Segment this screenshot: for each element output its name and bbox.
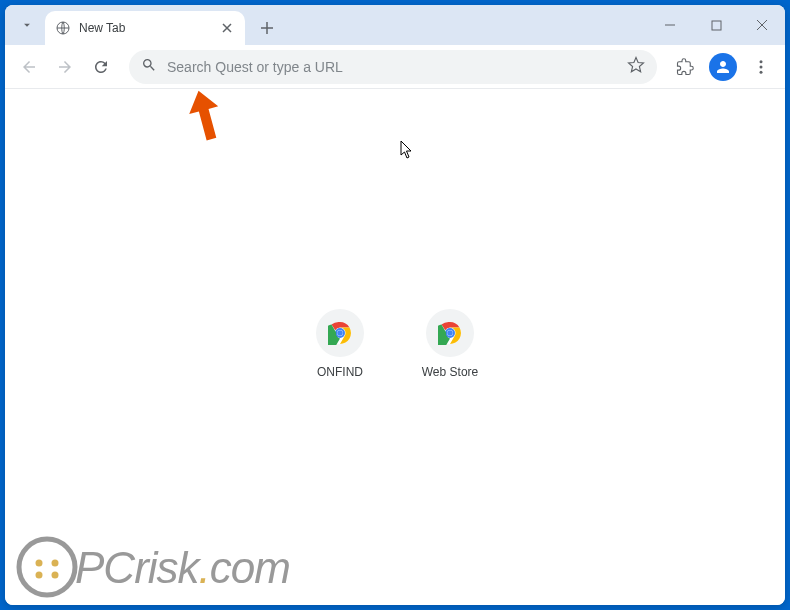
svg-rect-1 bbox=[712, 21, 721, 30]
close-icon bbox=[756, 19, 768, 31]
shortcut-icon-circle bbox=[426, 309, 474, 357]
minimize-button[interactable] bbox=[647, 9, 693, 41]
new-tab-button[interactable] bbox=[253, 14, 281, 42]
close-window-button[interactable] bbox=[739, 9, 785, 41]
shortcut-webstore[interactable]: Web Store bbox=[405, 309, 495, 379]
extensions-button[interactable] bbox=[669, 51, 701, 83]
chrome-icon bbox=[328, 321, 352, 345]
toolbar: Search Quest or type a URL bbox=[5, 45, 785, 89]
svg-point-3 bbox=[760, 65, 763, 68]
arrow-left-icon bbox=[20, 58, 38, 76]
bookmark-button[interactable] bbox=[627, 56, 645, 78]
chevron-down-icon bbox=[20, 18, 34, 32]
menu-button[interactable] bbox=[745, 51, 777, 83]
svg-point-4 bbox=[760, 70, 763, 73]
shortcut-icon-circle bbox=[316, 309, 364, 357]
shortcut-label: Web Store bbox=[422, 365, 478, 379]
arrow-right-icon bbox=[56, 58, 74, 76]
reload-icon bbox=[92, 58, 110, 76]
svg-point-14 bbox=[447, 330, 453, 336]
person-icon bbox=[714, 58, 732, 76]
search-icon bbox=[141, 57, 157, 77]
shortcut-onfind[interactable]: ONFIND bbox=[295, 309, 385, 379]
page-content: ONFIND Web Store bbox=[5, 89, 785, 605]
tab-close-button[interactable] bbox=[219, 20, 235, 36]
tab-title: New Tab bbox=[79, 21, 219, 35]
tab-search-button[interactable] bbox=[13, 11, 41, 39]
address-bar-placeholder: Search Quest or type a URL bbox=[167, 59, 627, 75]
forward-button[interactable] bbox=[49, 51, 81, 83]
maximize-button[interactable] bbox=[693, 9, 739, 41]
chrome-icon bbox=[438, 321, 462, 345]
shortcuts-grid: ONFIND Web Store bbox=[295, 309, 495, 379]
address-bar[interactable]: Search Quest or type a URL bbox=[129, 50, 657, 84]
reload-button[interactable] bbox=[85, 51, 117, 83]
shortcut-label: ONFIND bbox=[317, 365, 363, 379]
plus-icon bbox=[260, 21, 274, 35]
minimize-icon bbox=[664, 19, 676, 31]
browser-tab[interactable]: New Tab bbox=[45, 11, 245, 45]
maximize-icon bbox=[711, 20, 722, 31]
close-icon bbox=[222, 23, 232, 33]
svg-point-9 bbox=[337, 330, 343, 336]
profile-button[interactable] bbox=[709, 53, 737, 81]
puzzle-icon bbox=[676, 58, 694, 76]
dots-vertical-icon bbox=[752, 58, 770, 76]
star-icon bbox=[627, 56, 645, 74]
tab-strip: New Tab bbox=[5, 5, 785, 45]
window-controls bbox=[647, 5, 785, 45]
browser-window: New Tab bbox=[5, 5, 785, 605]
back-button[interactable] bbox=[13, 51, 45, 83]
globe-icon bbox=[55, 20, 71, 36]
svg-point-2 bbox=[760, 60, 763, 63]
